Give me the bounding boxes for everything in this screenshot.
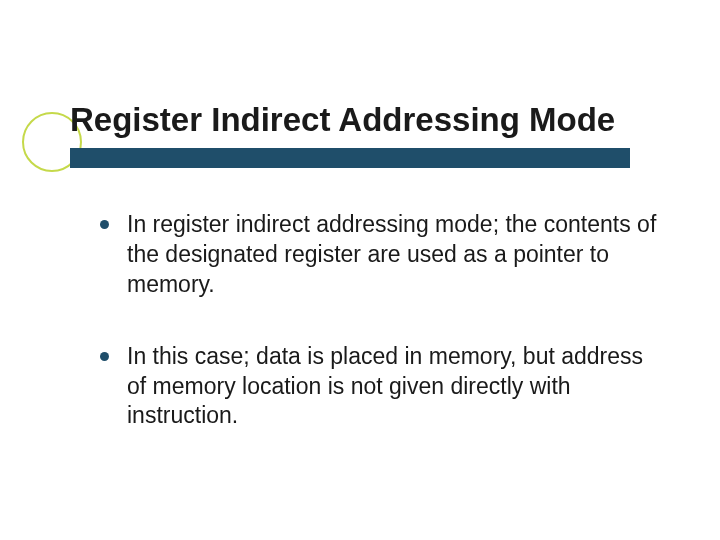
slide-title: Register Indirect Addressing Mode <box>70 100 680 140</box>
bullet-icon <box>100 352 109 361</box>
list-item: In this case; data is placed in memory, … <box>100 342 660 432</box>
bullet-text: In this case; data is placed in memory, … <box>127 342 660 432</box>
title-block: Register Indirect Addressing Mode <box>70 100 680 168</box>
bullet-icon <box>100 220 109 229</box>
title-underline-bar <box>70 148 630 168</box>
bullet-text: In register indirect addressing mode; th… <box>127 210 660 300</box>
list-item: In register indirect addressing mode; th… <box>100 210 660 300</box>
bullet-list: In register indirect addressing mode; th… <box>100 210 660 473</box>
